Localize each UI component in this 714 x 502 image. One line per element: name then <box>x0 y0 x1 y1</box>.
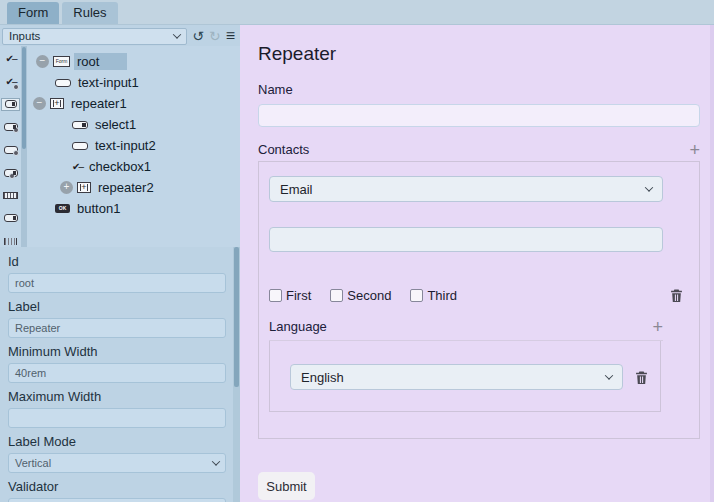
tab-rules[interactable]: Rules <box>62 2 117 24</box>
inputs-dropdown-value: Inputs <box>9 30 40 42</box>
language-select[interactable]: English <box>290 364 623 390</box>
name-input[interactable] <box>258 104 700 127</box>
property-field-label: Label Repeater <box>8 299 226 338</box>
delete-contact-button[interactable] <box>670 288 683 303</box>
property-field-id: Id root <box>8 254 226 293</box>
palette-input-dropdown-icon[interactable] <box>2 121 19 133</box>
tree-item-label: repeater1 <box>68 95 130 112</box>
contact-value-input[interactable] <box>269 227 663 252</box>
checkbox-second[interactable]: Second <box>330 288 391 303</box>
language-item-row: English <box>290 364 648 390</box>
tree-item-text-input1[interactable]: text-input1 <box>27 72 240 93</box>
tree-item-checkbox1[interactable]: ✔– checkbox1 <box>27 156 240 177</box>
form-builder-app: Form Rules Inputs ↺ ↻ ≡ ✔– ✔– <box>0 0 714 502</box>
contact-checkbox-row: First Second Third <box>269 288 691 303</box>
tree-workspace: ✔– ✔– − Form root <box>0 46 240 247</box>
minimum-width-field[interactable]: 40rem <box>8 363 226 383</box>
properties-panel: Id root Label Repeater Minimum Width 40r… <box>0 247 240 502</box>
main-area: Inputs ↺ ↻ ≡ ✔– ✔– <box>0 25 714 502</box>
name-field-label: Name <box>258 82 700 97</box>
label-mode-select[interactable]: Vertical <box>8 453 226 473</box>
id-field[interactable]: root <box>8 273 226 293</box>
chevron-down-icon <box>605 371 613 379</box>
maximum-width-field[interactable] <box>8 408 226 428</box>
property-label: Maximum Width <box>8 389 226 404</box>
contacts-header: Contacts + <box>258 142 700 157</box>
tree-item-label: checkbox1 <box>86 158 154 175</box>
palette-scrollbar[interactable] <box>21 46 27 247</box>
tree-item-repeater2[interactable]: + repeater2 <box>27 177 240 198</box>
collapse-toggle-icon[interactable]: − <box>33 97 46 110</box>
add-language-icon[interactable]: + <box>652 320 663 334</box>
contacts-repeater-box: Email First Second Third <box>258 161 700 439</box>
palette-checkbox-icon[interactable]: ✔– <box>2 53 19 65</box>
tree-item-label: root <box>74 53 127 70</box>
canvas-scrollbar[interactable] <box>710 25 714 502</box>
property-label: Minimum Width <box>8 344 226 359</box>
checkbox-box[interactable] <box>269 289 282 302</box>
tree-item-label: text-input1 <box>75 74 142 91</box>
inputs-dropdown[interactable]: Inputs <box>2 28 187 45</box>
palette-input-gear-icon[interactable] <box>2 167 19 179</box>
component-tree: − Form root text-input1 − repeater1 <box>27 46 240 247</box>
tree-item-label: repeater2 <box>95 179 157 196</box>
checkbox-box[interactable] <box>330 289 343 302</box>
text-input-icon <box>55 79 71 87</box>
tree-toolbar: Inputs ↺ ↻ ≡ <box>0 25 240 46</box>
tree-item-button1[interactable]: OK button1 <box>27 198 240 219</box>
checkbox-label: First <box>286 288 311 303</box>
collapse-toggle-icon[interactable]: − <box>36 55 49 68</box>
chevron-down-icon <box>645 183 653 191</box>
checkbox-first[interactable]: First <box>269 288 311 303</box>
property-label: Id <box>8 254 226 269</box>
contact-type-select[interactable]: Email <box>269 176 663 202</box>
tree-item-label: text-input2 <box>92 137 159 154</box>
repeater-icon <box>50 98 64 109</box>
checkbox-label: Second <box>347 288 391 303</box>
menu-icon[interactable]: ≡ <box>226 27 235 45</box>
chevron-down-icon <box>173 30 181 38</box>
tab-form[interactable]: Form <box>7 2 59 24</box>
checkbox-third[interactable]: Third <box>410 288 457 303</box>
palette-text-input-icon[interactable] <box>2 212 19 224</box>
tree-item-root[interactable]: − Form root <box>27 51 240 72</box>
undo-icon[interactable]: ↺ <box>192 29 204 43</box>
language-label: Language <box>269 319 327 334</box>
palette-textarea-icon[interactable] <box>2 235 19 247</box>
properties-scrollbar[interactable] <box>233 247 240 502</box>
expand-toggle-icon[interactable]: + <box>60 181 73 194</box>
form-title: Repeater <box>258 43 700 65</box>
label-field[interactable]: Repeater <box>8 318 226 338</box>
field-value: Repeater <box>15 322 60 334</box>
palette-scrollbar-thumb[interactable] <box>22 47 26 149</box>
palette-datepicker-icon[interactable] <box>2 99 19 111</box>
language-header: Language + <box>269 319 663 341</box>
tree-item-select1[interactable]: select1 <box>27 114 240 135</box>
select-icon <box>72 121 88 129</box>
tree-item-repeater1[interactable]: − repeater1 <box>27 93 240 114</box>
property-field-minimum-width: Minimum Width 40rem <box>8 344 226 383</box>
add-contact-icon[interactable]: + <box>689 143 700 157</box>
form-icon: Form <box>53 56 70 67</box>
properties-scrollbar-thumb[interactable] <box>234 247 239 387</box>
field-value: Vertical <box>15 457 51 469</box>
tree-item-label: button1 <box>74 200 123 217</box>
property-field-label-mode: Label Mode Vertical <box>8 434 226 473</box>
checkbox-icon: ✔– <box>72 161 82 172</box>
property-field-validator: Validator <box>8 479 226 502</box>
delete-language-button[interactable] <box>635 370 648 385</box>
validator-select[interactable] <box>8 498 226 502</box>
property-field-maximum-width: Maximum Width <box>8 389 226 428</box>
palette-checkbox-group-icon[interactable]: ✔– <box>2 76 19 88</box>
property-label: Validator <box>8 479 226 494</box>
tree-item-text-input2[interactable]: text-input2 <box>27 135 240 156</box>
form-preview-canvas: Repeater Name Contacts + Email First <box>240 25 714 502</box>
left-panel: Inputs ↺ ↻ ≡ ✔– ✔– <box>0 25 240 502</box>
property-label: Label <box>8 299 226 314</box>
checkbox-box[interactable] <box>410 289 423 302</box>
palette-striped-badge-icon[interactable] <box>2 190 19 202</box>
field-value: 40rem <box>15 367 46 379</box>
palette-select-gear-icon[interactable] <box>2 144 19 156</box>
submit-button[interactable]: Submit <box>258 472 315 500</box>
top-tab-bar: Form Rules <box>0 0 714 25</box>
